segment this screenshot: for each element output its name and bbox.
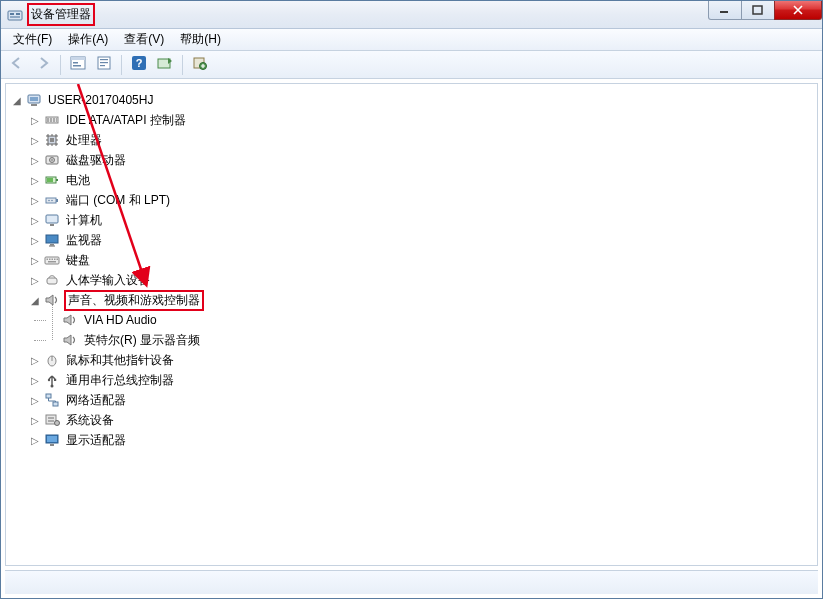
category-sound[interactable]: ◢声音、视频和游戏控制器 <box>10 290 813 310</box>
toolbar-separator <box>182 55 183 75</box>
category-disk[interactable]: ▷磁盘驱动器 <box>10 150 813 170</box>
tree-item-label: 磁盘驱动器 <box>64 152 128 169</box>
category-cpu[interactable]: ▷处理器 <box>10 130 813 150</box>
speaker-icon <box>62 312 78 328</box>
device-item[interactable]: 英特尔(R) 显示器音频 <box>46 330 813 350</box>
help-button[interactable]: ? <box>127 54 151 76</box>
minimize-button[interactable] <box>708 0 742 20</box>
category-hid[interactable]: ▷人体学输入设备 <box>10 270 813 290</box>
svg-rect-40 <box>50 224 54 226</box>
svg-rect-0 <box>8 11 22 20</box>
monitor-icon <box>44 232 60 248</box>
expand-icon[interactable]: ▷ <box>28 373 42 387</box>
tree-item-label: 人体学输入设备 <box>64 272 152 289</box>
menu-action[interactable]: 操作(A) <box>60 29 116 50</box>
statusbar <box>5 570 818 594</box>
expand-icon[interactable]: ▷ <box>28 353 42 367</box>
category-system[interactable]: ▷系统设备 <box>10 410 813 430</box>
update-driver-button[interactable] <box>188 54 212 76</box>
svg-rect-65 <box>50 444 54 446</box>
svg-rect-47 <box>52 259 54 261</box>
svg-rect-26 <box>56 118 57 122</box>
svg-rect-50 <box>48 261 56 263</box>
svg-rect-61 <box>48 420 54 422</box>
port-icon <box>44 192 60 208</box>
menubar: 文件(F) 操作(A) 查看(V) 帮助(H) <box>1 29 822 51</box>
svg-rect-13 <box>100 65 105 66</box>
svg-point-37 <box>51 200 53 202</box>
scan-hardware-button[interactable] <box>153 54 177 76</box>
svg-rect-38 <box>56 199 58 202</box>
category-mouse[interactable]: ▷鼠标和其他指针设备 <box>10 350 813 370</box>
display-icon <box>44 432 60 448</box>
tree-item-label: 端口 (COM 和 LPT) <box>64 192 172 209</box>
tree-item-label: 电池 <box>64 172 92 189</box>
svg-point-31 <box>51 159 53 161</box>
expand-icon[interactable]: ▷ <box>28 233 42 247</box>
expand-icon[interactable]: ▷ <box>28 433 42 447</box>
device-item-label: 英特尔(R) 显示器音频 <box>82 332 202 349</box>
expand-icon[interactable]: ▷ <box>28 393 42 407</box>
svg-rect-44 <box>45 257 59 264</box>
tree-item-label: 显示适配器 <box>64 432 128 449</box>
svg-rect-39 <box>46 215 58 223</box>
expand-icon[interactable]: ▷ <box>28 133 42 147</box>
category-ide[interactable]: ▷IDE ATA/ATAPI 控制器 <box>10 110 813 130</box>
svg-rect-41 <box>46 235 58 243</box>
tree-item-label: 网络适配器 <box>64 392 128 409</box>
device-item-label: VIA HD Audio <box>82 313 159 327</box>
menu-file[interactable]: 文件(F) <box>5 29 60 50</box>
svg-rect-1 <box>10 13 14 15</box>
show-hidden-button[interactable] <box>66 54 90 76</box>
menu-help[interactable]: 帮助(H) <box>172 29 229 50</box>
system-icon <box>44 412 60 428</box>
expand-icon[interactable]: ▷ <box>28 193 42 207</box>
expand-icon[interactable]: ▷ <box>28 413 42 427</box>
svg-rect-28 <box>50 138 54 142</box>
category-keyboard[interactable]: ▷键盘 <box>10 250 813 270</box>
expand-icon[interactable]: ▷ <box>28 113 42 127</box>
back-button[interactable] <box>5 54 29 76</box>
svg-rect-60 <box>48 417 54 419</box>
svg-rect-21 <box>31 104 37 106</box>
maximize-button[interactable] <box>741 0 775 20</box>
tree-item-label: 通用串行总线控制器 <box>64 372 176 389</box>
expand-icon[interactable]: ▷ <box>28 253 42 267</box>
forward-button[interactable] <box>31 54 55 76</box>
properties-button[interactable] <box>92 54 116 76</box>
category-battery[interactable]: ▷电池 <box>10 170 813 190</box>
network-icon <box>44 392 60 408</box>
category-computer[interactable]: ▷计算机 <box>10 210 813 230</box>
menu-view[interactable]: 查看(V) <box>116 29 172 50</box>
category-network[interactable]: ▷网络适配器 <box>10 390 813 410</box>
svg-rect-34 <box>47 178 53 182</box>
category-ports[interactable]: ▷端口 (COM 和 LPT) <box>10 190 813 210</box>
category-display[interactable]: ▷显示适配器 <box>10 430 813 450</box>
svg-rect-56 <box>54 379 56 381</box>
svg-rect-12 <box>100 62 108 63</box>
close-button[interactable] <box>774 0 822 20</box>
svg-rect-35 <box>46 198 56 203</box>
arrow-left-icon <box>10 56 24 73</box>
device-tree-pane[interactable]: ◢USER-20170405HJ▷IDE ATA/ATAPI 控制器▷处理器▷磁… <box>5 83 818 566</box>
expand-icon[interactable]: ▷ <box>28 173 42 187</box>
tree-item-label: 键盘 <box>64 252 92 269</box>
expand-icon[interactable]: ▷ <box>28 273 42 287</box>
category-usb[interactable]: ▷通用串行总线控制器 <box>10 370 813 390</box>
tree-item-label: 监视器 <box>64 232 104 249</box>
collapse-icon[interactable]: ◢ <box>28 293 42 307</box>
category-monitor[interactable]: ▷监视器 <box>10 230 813 250</box>
svg-rect-5 <box>753 6 762 14</box>
expand-icon[interactable]: ▷ <box>28 213 42 227</box>
expand-icon[interactable]: ▷ <box>28 153 42 167</box>
computer-root-icon <box>26 92 42 108</box>
tree-root-node[interactable]: ◢USER-20170405HJ <box>10 90 813 110</box>
tree-item-label: 计算机 <box>64 212 104 229</box>
device-manager-window: 设备管理器 文件(F) 操作(A) 查看(V) 帮助(H) ? <box>0 0 823 599</box>
svg-rect-9 <box>73 65 81 67</box>
app-icon <box>7 7 23 23</box>
svg-point-36 <box>48 200 50 202</box>
svg-rect-11 <box>100 59 108 60</box>
device-item[interactable]: VIA HD Audio <box>46 310 813 330</box>
collapse-icon[interactable]: ◢ <box>10 93 24 107</box>
